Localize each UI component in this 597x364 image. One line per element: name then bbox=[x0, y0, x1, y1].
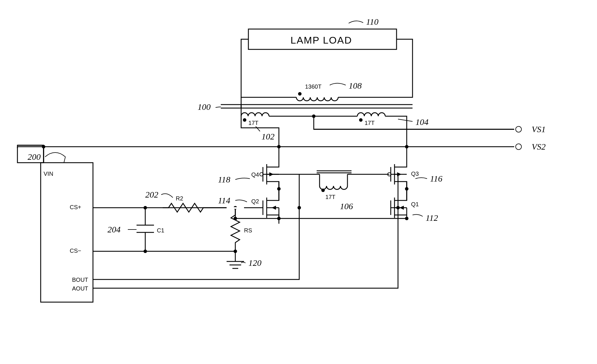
ref-106: 106 bbox=[340, 201, 353, 211]
mosfet-q1 bbox=[391, 189, 407, 218]
wire-aout bbox=[93, 208, 398, 288]
svg-point-2 bbox=[144, 250, 147, 253]
lbl-17t-c: 17T bbox=[325, 194, 335, 200]
mosfet-q3 bbox=[388, 147, 407, 208]
lbl-vs2: VS2 bbox=[532, 142, 546, 151]
pin-aout: AOUT bbox=[72, 285, 88, 292]
ref-202: 202 bbox=[145, 190, 158, 199]
lbl-lamp: LAMP LOAD bbox=[291, 35, 352, 46]
svg-point-20 bbox=[396, 206, 400, 209]
svg-marker-5 bbox=[272, 206, 276, 210]
ref-112: 112 bbox=[426, 213, 438, 223]
svg-point-23 bbox=[359, 118, 363, 122]
ref-120: 120 bbox=[248, 258, 261, 268]
terminal-vs1 bbox=[516, 126, 521, 132]
svg-marker-16 bbox=[397, 172, 401, 176]
lbl-q4: Q4 bbox=[251, 171, 259, 178]
svg-point-1 bbox=[144, 206, 147, 209]
ref-116: 116 bbox=[430, 174, 442, 183]
terminal-vs2 bbox=[516, 144, 521, 150]
pin-vin: VIN bbox=[44, 171, 53, 177]
mosfet-q4 bbox=[260, 147, 299, 189]
ref-200: 200 bbox=[28, 152, 41, 162]
lbl-q1: Q1 bbox=[411, 201, 419, 207]
svg-point-25 bbox=[298, 92, 302, 96]
lbl-17t-l: 17T bbox=[248, 120, 258, 126]
ref-110: 110 bbox=[366, 17, 379, 26]
ref-118: 118 bbox=[218, 175, 230, 184]
pin-csm: CS− bbox=[70, 248, 81, 254]
winding-102 bbox=[241, 113, 299, 147]
svg-point-7 bbox=[405, 217, 408, 220]
pin-csp: CS+ bbox=[70, 204, 81, 210]
ref-114: 114 bbox=[218, 196, 230, 205]
ref-204: 204 bbox=[107, 225, 121, 234]
ref-102: 102 bbox=[261, 132, 275, 141]
lbl-c1: C1 bbox=[157, 227, 164, 234]
lbl-q2: Q2 bbox=[251, 198, 259, 205]
leader-200 bbox=[45, 153, 65, 163]
lbl-r2: R2 bbox=[176, 195, 183, 202]
svg-point-22 bbox=[243, 118, 246, 122]
pin-bout: BOUT bbox=[72, 277, 88, 283]
lbl-q3: Q3 bbox=[411, 171, 419, 177]
winding-106 bbox=[317, 171, 352, 192]
svg-point-21 bbox=[321, 189, 325, 192]
svg-rect-28 bbox=[231, 55, 429, 58]
lbl-vs1: VS1 bbox=[532, 124, 546, 134]
svg-rect-9 bbox=[227, 207, 244, 209]
svg-marker-12 bbox=[269, 172, 274, 176]
lbl-1360t: 1360T bbox=[305, 83, 322, 90]
lbl-17t-r: 17T bbox=[365, 120, 374, 126]
ref-104: 104 bbox=[415, 117, 429, 127]
ref-108: 108 bbox=[349, 81, 362, 90]
svg-point-8 bbox=[234, 217, 237, 220]
svg-point-6 bbox=[277, 217, 281, 220]
svg-marker-10 bbox=[399, 206, 404, 210]
winding-108 bbox=[296, 92, 338, 101]
lbl-rs: RS bbox=[244, 227, 252, 234]
svg-point-0 bbox=[42, 145, 45, 148]
ref-100: 100 bbox=[198, 102, 211, 112]
